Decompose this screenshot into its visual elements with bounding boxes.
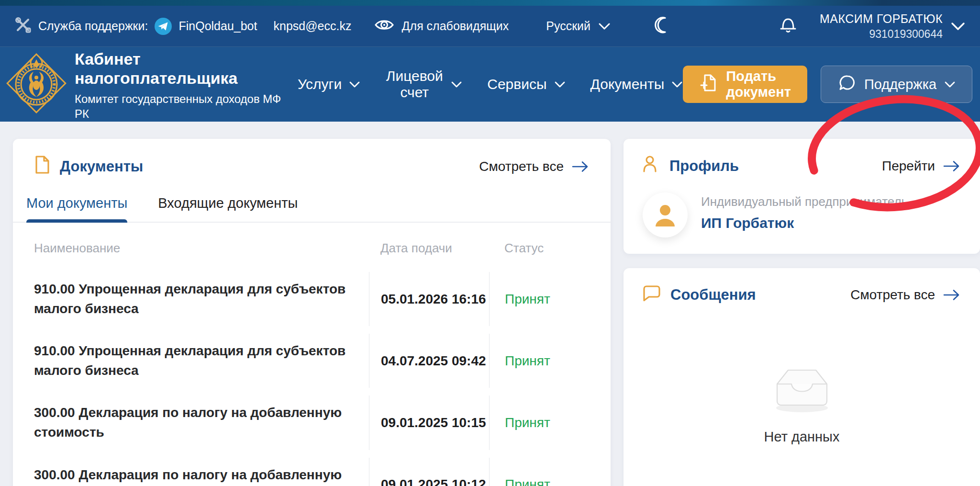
empty-text: Нет данных <box>764 429 840 445</box>
column-status: Статус <box>489 241 590 256</box>
user-name: МАКСИМ ГОРБАТЮК <box>820 11 943 26</box>
doc-status: Принят <box>489 334 590 388</box>
doc-status: Принят <box>489 272 590 326</box>
taxpayer-cabinet-page: Служба поддержки: FinQoldau_bot knpsd@ec… <box>0 0 980 486</box>
messages-view-all-link[interactable]: Смотреть все <box>850 287 961 303</box>
language-selector[interactable]: Русский <box>546 19 611 33</box>
profile-card-title: Профиль <box>643 155 739 177</box>
person-icon <box>643 155 660 177</box>
profile-info: Индивидуальный предприниматель ИП Горбат… <box>701 192 908 231</box>
header-buttons: Подать документ Поддержка <box>683 66 972 103</box>
doc-status: Принят <box>489 458 590 486</box>
doc-date: 05.01.2026 16:16 <box>369 272 489 326</box>
doc-name: 910.00 Упрощенная декларация для субъект… <box>34 272 369 326</box>
user-menu[interactable]: МАКСИМ ГОРБАТЮК 931019300644 <box>820 11 943 41</box>
column-date: Дата подачи <box>369 241 489 256</box>
header: Кабинет налогоплательщика Комитет госуда… <box>0 47 980 122</box>
profile-card: Профиль Перейти Индивид <box>624 139 980 254</box>
message-icon <box>643 284 661 305</box>
documents-tabs: Мои документы Входящие документы <box>13 195 611 223</box>
topbar: Служба поддержки: FinQoldau_bot knpsd@ec… <box>0 6 980 47</box>
chevron-down-icon <box>349 81 360 88</box>
documents-card-title: Документы <box>34 155 143 178</box>
support-button-label: Поддержка <box>864 77 936 92</box>
arrow-right-icon <box>943 289 961 301</box>
doc-name: 300.00 Декларация по налогу на добавленн… <box>34 458 369 486</box>
documents-view-all-link[interactable]: Смотреть все <box>479 159 590 174</box>
chevron-down-icon <box>671 81 683 88</box>
messages-empty-state: Нет данных <box>643 355 961 445</box>
nav-item-servisy[interactable]: Сервисы <box>487 76 565 93</box>
documents-table-body: 910.00 Упрощенная декларация для субъект… <box>34 272 590 486</box>
support-button[interactable]: Поддержка <box>821 66 972 103</box>
table-row[interactable]: 910.00 Упрощенная декларация для субъект… <box>34 272 590 326</box>
chevron-down-icon <box>451 81 462 88</box>
brand: Кабинет налогоплательщика Комитет госуда… <box>75 47 291 122</box>
inbox-empty-icon <box>761 355 843 418</box>
nav-item-licevoi-schet[interactable]: Лицевой счет <box>385 68 462 101</box>
tools-icon <box>14 16 32 36</box>
doc-name: 300.00 Декларация по налогу на добавленн… <box>34 396 369 450</box>
chat-bubble-icon <box>837 73 857 96</box>
table-row[interactable]: 300.00 Декларация по налогу на добавленн… <box>34 396 590 450</box>
messages-card: Сообщения Смотреть все <box>624 268 980 486</box>
support-email[interactable]: knpsd@ecc.kz <box>273 19 351 33</box>
submit-document-label: Подать документ <box>726 68 791 100</box>
doc-date: 09.01.2025 10:15 <box>369 396 489 450</box>
submit-document-button[interactable]: Подать документ <box>683 66 807 103</box>
document-plus-icon <box>699 73 717 96</box>
accessibility-toggle[interactable]: Для слабовидящих <box>374 18 509 35</box>
file-icon <box>34 155 50 178</box>
profile-body: Индивидуальный предприниматель ИП Горбат… <box>643 192 961 237</box>
doc-date: 09.01.2025 10:12 <box>369 458 489 486</box>
app-subtitle: Комитет государственных доходов МФ РК <box>75 91 291 121</box>
chevron-down-icon <box>950 22 966 31</box>
support-contacts: Служба поддержки: FinQoldau_bot knpsd@ec… <box>14 16 351 36</box>
main-nav: Услуги Лицевой счет Сервисы Документы <box>298 68 683 101</box>
column-name: Наименование <box>34 241 369 256</box>
accessibility-label: Для слабовидящих <box>402 19 509 33</box>
app-title: Кабинет налогоплательщика <box>75 49 291 89</box>
chevron-down-icon <box>944 81 956 88</box>
profile-type: Индивидуальный предприниматель <box>701 194 908 209</box>
gov-emblem-logo <box>6 53 67 116</box>
moon-icon <box>653 16 671 37</box>
chevron-down-icon <box>554 81 566 88</box>
profile-go-link[interactable]: Перейти <box>882 158 961 174</box>
table-row[interactable]: 300.00 Декларация по налогу на добавленн… <box>34 458 590 486</box>
documents-table-header: Наименование Дата подачи Статус <box>34 223 590 256</box>
eye-icon <box>374 18 394 35</box>
profile-card-header: Профиль Перейти <box>643 155 961 177</box>
user-id: 931019300644 <box>820 27 943 41</box>
support-label: Служба поддержки: <box>38 19 148 33</box>
tab-incoming-documents[interactable]: Входящие документы <box>158 195 298 222</box>
doc-status: Принят <box>489 396 590 450</box>
telegram-bot-link[interactable]: FinQoldau_bot <box>178 19 257 33</box>
arrow-right-icon <box>943 160 961 172</box>
avatar <box>643 192 688 237</box>
nav-item-uslugi[interactable]: Услуги <box>298 76 360 93</box>
tab-my-documents[interactable]: Мои документы <box>26 195 127 222</box>
profile-name[interactable]: ИП Горбатюк <box>701 215 908 231</box>
documents-card: Документы Смотреть все Мои документы Вхо… <box>13 139 611 486</box>
documents-card-header: Документы Смотреть все <box>34 155 590 178</box>
messages-card-title: Сообщения <box>643 284 756 305</box>
messages-card-header: Сообщения Смотреть все <box>643 284 961 305</box>
arrow-right-icon <box>571 160 590 173</box>
chevron-down-icon <box>598 23 611 30</box>
theme-toggle[interactable] <box>653 16 671 37</box>
nav-item-dokumenty[interactable]: Документы <box>590 76 683 93</box>
right-column: Профиль Перейти Индивид <box>624 139 980 486</box>
notifications-button[interactable] <box>779 15 798 37</box>
main-content: Документы Смотреть все Мои документы Вхо… <box>0 122 980 486</box>
table-row[interactable]: 910.00 Упрощенная декларация для субъект… <box>34 334 590 388</box>
doc-date: 04.07.2025 09:42 <box>369 334 489 388</box>
bell-icon <box>779 15 798 37</box>
doc-name: 910.00 Упрощенная декларация для субъект… <box>34 334 369 388</box>
language-value: Русский <box>546 19 590 33</box>
telegram-icon <box>155 18 172 35</box>
top-gradient-strip <box>0 0 980 6</box>
